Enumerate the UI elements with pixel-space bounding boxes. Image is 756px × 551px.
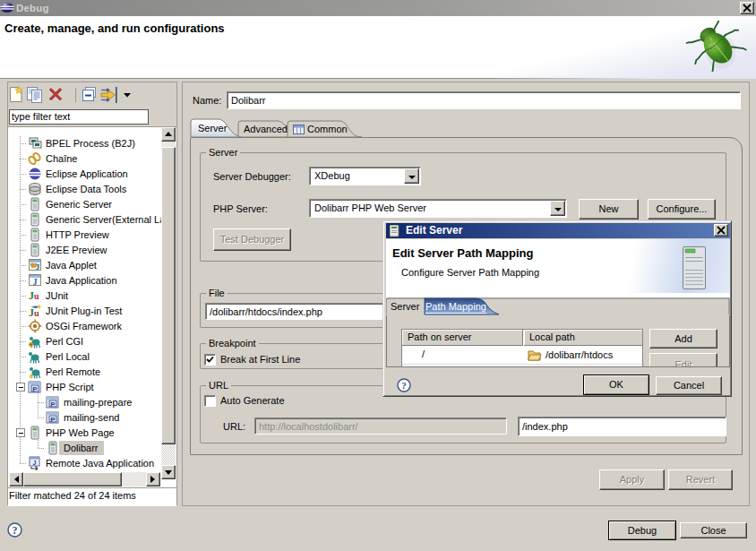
svg-text:J: J bbox=[36, 263, 40, 271]
svg-text:P: P bbox=[50, 400, 56, 409]
svg-text:P: P bbox=[32, 385, 38, 393]
svg-text:?: ? bbox=[13, 524, 18, 537]
svg-text:J: J bbox=[33, 460, 37, 466]
svg-text:J: J bbox=[33, 278, 38, 287]
svg-text:?: ? bbox=[401, 380, 407, 391]
svg-text:u: u bbox=[34, 308, 39, 318]
svg-text:P: P bbox=[50, 416, 56, 424]
svg-text:u: u bbox=[34, 291, 39, 301]
